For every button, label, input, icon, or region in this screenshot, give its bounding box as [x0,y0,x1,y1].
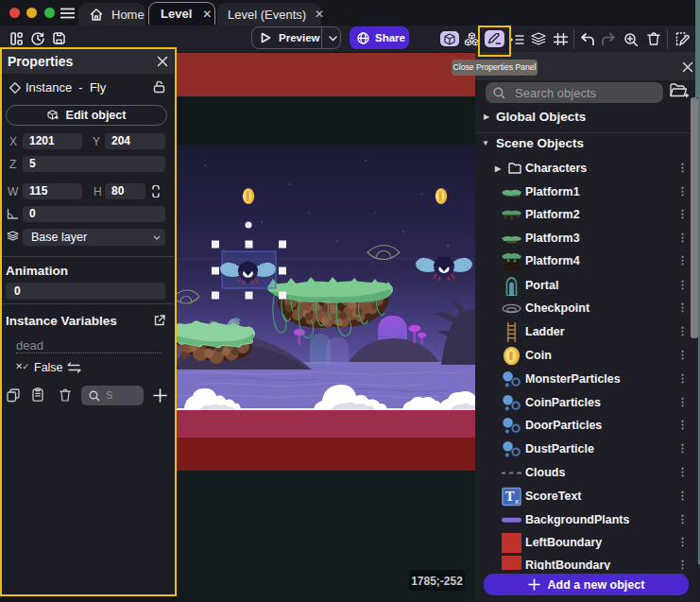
svg-text:1785;-252: 1785;-252 [411,575,463,588]
svg-text:T: T [505,489,515,504]
